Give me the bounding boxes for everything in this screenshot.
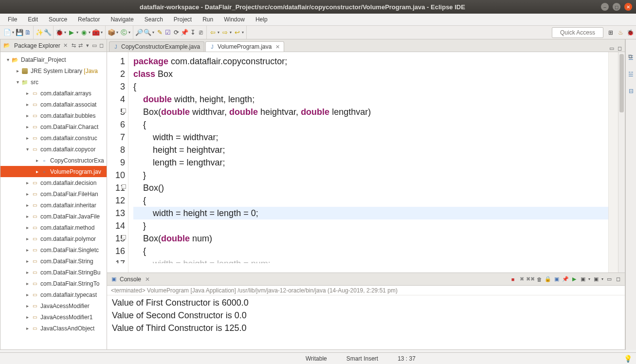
remove-launch-icon[interactable]: ✖ xyxy=(518,275,526,283)
maximize-view-icon[interactable]: ◻ xyxy=(99,42,104,49)
debug-icon[interactable]: 🐞 xyxy=(55,29,63,36)
editor-tab[interactable]: J CopyConstructorExample.java xyxy=(109,41,204,52)
save-all-icon[interactable]: 🗎 xyxy=(24,29,32,36)
java-file-icon: J xyxy=(209,43,216,50)
restore-icon[interactable]: ⧉ xyxy=(626,53,634,60)
terminate-icon[interactable]: ■ xyxy=(509,275,517,283)
quick-access-input[interactable]: Quick Access xyxy=(552,27,603,38)
tree-package[interactable]: ▸com.dataflair.typecast xyxy=(0,289,107,300)
tree-package[interactable]: ▸com.DataFlair.Singletc xyxy=(0,244,107,255)
tree-package[interactable]: ▸com.DataFlair.StringTo xyxy=(0,278,107,289)
code-editor[interactable]: 12345-67891011-12131415-1617 package com… xyxy=(107,52,625,273)
java-perspective-icon[interactable]: ♨ xyxy=(617,29,624,36)
editor-tab-active[interactable]: J VolumeProgram.java ✕ xyxy=(205,41,284,52)
window-maximize-button[interactable]: ◻ xyxy=(613,3,620,11)
last-edit-icon[interactable]: ↩ xyxy=(233,29,241,36)
overview-ruler xyxy=(608,52,618,273)
tree-jre[interactable]: ▸JRE System Library [Java xyxy=(0,65,107,76)
outline-icon[interactable]: ☱ xyxy=(627,71,635,78)
new-icon[interactable]: 📄 xyxy=(3,29,11,36)
pin-console-icon[interactable]: 📌 xyxy=(562,275,569,283)
tip-icon[interactable]: 💡 xyxy=(624,355,632,363)
tree-package[interactable]: ▸com.dataflair.polymor xyxy=(0,233,107,244)
menu-file[interactable]: File xyxy=(3,15,22,24)
menu-navigate[interactable]: Navigate xyxy=(106,15,138,24)
clear-console-icon[interactable]: 🗑 xyxy=(535,275,543,283)
run-icon[interactable]: ▶ xyxy=(68,29,75,36)
show-console-icon[interactable]: ▣ xyxy=(553,275,561,283)
close-tab-icon[interactable]: ✕ xyxy=(275,44,280,50)
pin-icon[interactable]: 📌 xyxy=(181,29,188,36)
coverage-icon[interactable]: ◉ xyxy=(80,29,88,36)
code-content[interactable]: package com.dataflair.copyconstructor;cl… xyxy=(128,52,608,273)
maximize-console-icon[interactable]: ◻ xyxy=(614,275,622,283)
scroll-lock-icon[interactable]: 🔒 xyxy=(544,275,552,283)
tree-package[interactable]: ▸com.dataflair.associat xyxy=(0,99,107,110)
tree-package[interactable]: ▸com.DataFlair.String xyxy=(0,255,107,267)
minimize-view-icon[interactable]: ▭ xyxy=(92,42,97,49)
wand-icon[interactable]: ✨ xyxy=(36,29,43,36)
step-icon[interactable]: ↧ xyxy=(189,29,197,36)
menu-window[interactable]: Window xyxy=(219,15,250,24)
external-tools-icon[interactable]: 🧰 xyxy=(92,29,100,36)
tree-package-copyconstructor[interactable]: ▾com.dataflair.copycor xyxy=(0,144,107,155)
tree-package[interactable]: ▸com.dataflair.decision xyxy=(0,177,107,188)
open-perspective-icon[interactable]: ⊞ xyxy=(607,29,615,36)
menu-run[interactable]: Run xyxy=(198,15,218,24)
task-icon[interactable]: ☑ xyxy=(164,29,172,36)
open-type-icon[interactable]: 🔎 xyxy=(135,29,143,36)
maximize-editor-icon[interactable]: ◻ xyxy=(616,45,623,52)
vertical-scrollbar[interactable] xyxy=(618,52,625,273)
tree-file[interactable]: ▸CopyConstructorExa xyxy=(0,155,107,166)
tree-project[interactable]: ▾DataFlair_Project xyxy=(0,54,107,65)
new-console-icon[interactable]: ▣ xyxy=(592,275,600,283)
package-explorer-tree[interactable]: ▾DataFlair_Project ▸JRE System Library [… xyxy=(0,52,107,336)
tree-package[interactable]: ▸com.dataflair.inheritar xyxy=(0,200,107,211)
tree-package[interactable]: ▸JavaAcessModifier xyxy=(0,300,107,311)
tree-package[interactable]: ▸com.dataflair.construc xyxy=(0,132,107,144)
search-icon[interactable]: 🔍 xyxy=(144,29,151,36)
menu-refactor[interactable]: Refactor xyxy=(73,15,105,24)
new-class-icon[interactable]: Ⓒ xyxy=(120,29,127,36)
close-view-icon[interactable]: ✕ xyxy=(63,42,68,49)
close-console-icon[interactable]: ✕ xyxy=(145,276,150,283)
refresh-icon[interactable]: ⟳ xyxy=(172,29,180,36)
menu-search[interactable]: Search xyxy=(140,15,168,24)
tree-package[interactable]: ▸com.DataFlair.JavaFile xyxy=(0,211,107,222)
minimize-editor-icon[interactable]: ▭ xyxy=(608,45,615,52)
window-close-button[interactable]: ✕ xyxy=(624,3,632,11)
forward-icon[interactable]: ⇨ xyxy=(221,29,229,36)
back-icon[interactable]: ⇦ xyxy=(209,29,217,36)
menu-edit[interactable]: Edit xyxy=(23,15,43,24)
open-console-icon[interactable]: ▣ xyxy=(579,275,587,283)
tree-package[interactable]: ▸com.dataflair.method xyxy=(0,222,107,233)
remove-all-icon[interactable]: ✖✖ xyxy=(527,275,534,283)
tree-package[interactable]: ▸com.dataflair.arrays xyxy=(0,88,107,99)
link-editor-icon[interactable]: ⇄ xyxy=(78,42,83,49)
tree-package[interactable]: ▸com.DataFlair.FileHan xyxy=(0,188,107,200)
toggle-mark-icon[interactable]: ✎ xyxy=(156,29,164,36)
display-selected-icon[interactable]: ▶ xyxy=(570,275,578,283)
hierarchy-icon[interactable]: ⊟ xyxy=(627,87,635,95)
tree-package[interactable]: ▸com.DataFlair.StringBu xyxy=(0,267,107,278)
collapse-all-icon[interactable]: ⇆ xyxy=(72,42,76,49)
menu-source[interactable]: Source xyxy=(44,15,72,24)
view-menu-icon[interactable]: ▾ xyxy=(85,42,90,49)
tree-package[interactable]: ▸JavaClassAndObject xyxy=(0,323,107,334)
tree-package[interactable]: ▸com.DataFlair.Charact xyxy=(0,121,107,132)
tree-src[interactable]: ▾src xyxy=(0,76,107,88)
tree-file-selected[interactable]: ▸VolumeProgram.jav xyxy=(0,166,107,177)
build-icon[interactable]: 🔧 xyxy=(44,29,52,36)
new-package-icon[interactable]: 📦 xyxy=(108,29,115,36)
tree-package[interactable]: ▸com.dataflair.bubbles xyxy=(0,110,107,121)
tree-package[interactable]: ▸JavaAcessModifier1 xyxy=(0,311,107,323)
save-icon[interactable]: 💾 xyxy=(16,29,23,36)
minimize-console-icon[interactable]: ▭ xyxy=(605,275,613,283)
filter-icon[interactable]: ⎚ xyxy=(197,29,205,36)
menu-help[interactable]: Help xyxy=(251,15,273,24)
console-output[interactable]: Value of First Constructor is 6000.0 Val… xyxy=(107,295,625,349)
window-minimize-button[interactable]: – xyxy=(601,3,609,11)
debug-perspective-icon[interactable]: 🐞 xyxy=(626,29,634,36)
package-icon xyxy=(31,224,38,232)
menu-project[interactable]: Project xyxy=(169,15,197,24)
